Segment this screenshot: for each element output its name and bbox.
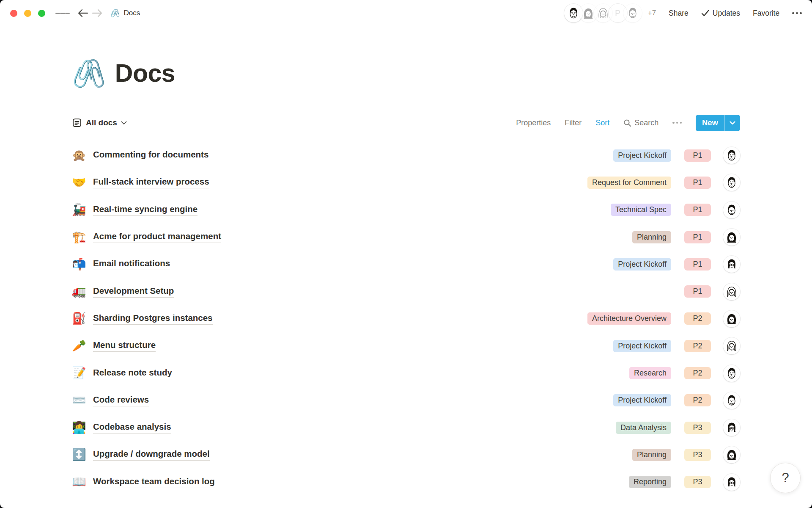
doc-row[interactable]: 🤝 Full-stack interview process Request f… <box>72 169 740 196</box>
doc-tag-badge[interactable]: Architecture Overview <box>587 312 671 325</box>
doc-tag-badge[interactable]: Project Kickoff <box>613 149 671 162</box>
doc-row[interactable]: 📝 Release note study Research P2 <box>72 359 740 387</box>
doc-priority-badge[interactable]: P1 <box>684 149 711 162</box>
more-options-icon[interactable] <box>792 12 802 14</box>
updates-button[interactable]: Updates <box>701 9 740 18</box>
search-icon <box>623 119 631 127</box>
doc-row[interactable]: 📬 Email notifications Project Kickoff P1 <box>72 251 740 278</box>
doc-title-link[interactable]: Sharding Postgres instances <box>93 313 213 325</box>
doc-row[interactable]: 🏗️ Acme for product management Planning … <box>72 224 740 251</box>
new-doc-button[interactable]: New <box>696 115 740 131</box>
doc-title-link[interactable]: Full-stack interview process <box>93 177 209 188</box>
favorite-button[interactable]: Favorite <box>753 9 779 18</box>
doc-icon: 📝 <box>72 367 93 379</box>
new-doc-dropdown[interactable] <box>724 115 740 131</box>
sidebar-menu-icon[interactable] <box>55 6 70 20</box>
assignee-avatar[interactable] <box>723 365 740 382</box>
doc-icon: 🚛 <box>72 286 93 297</box>
doc-row[interactable]: 📖 Workspace team decision log Reporting … <box>72 469 740 496</box>
app-window: 🖇️ Docs P +7 Share Updates Favorite 🖇️ D… <box>0 0 812 508</box>
doc-title-link[interactable]: Release note study <box>93 367 172 379</box>
doc-tag-badge[interactable]: Project Kickoff <box>613 340 671 352</box>
back-icon[interactable] <box>76 6 90 20</box>
doc-tag-badge[interactable]: Project Kickoff <box>613 394 671 406</box>
doc-title-link[interactable]: Menu structure <box>93 340 156 352</box>
doc-row[interactable]: ↕️ Upgrade / downgrade model Planning P3 <box>72 441 740 468</box>
view-more-icon[interactable] <box>672 122 682 124</box>
zoom-window-button[interactable] <box>38 10 45 17</box>
help-button[interactable]: ? <box>770 463 801 493</box>
collaborator-avatar[interactable] <box>623 4 642 22</box>
assignee-avatar[interactable] <box>723 419 740 436</box>
doc-row[interactable]: 🥕 Menu structure Project Kickoff P2 <box>72 332 740 359</box>
filter-button[interactable]: Filter <box>565 119 582 127</box>
doc-priority-badge[interactable]: P2 <box>684 312 711 325</box>
doc-title-link[interactable]: Codebase analysis <box>93 422 171 433</box>
doc-title-link[interactable]: Acme for product management <box>93 231 221 243</box>
doc-tag-badge[interactable]: Planning <box>632 231 671 243</box>
doc-title-link[interactable]: Real-time syncing engine <box>93 204 198 216</box>
assignee-avatar[interactable] <box>723 446 740 463</box>
assignee-avatar[interactable] <box>723 229 740 246</box>
assignee-avatar[interactable] <box>723 337 740 354</box>
doc-tag-badge[interactable]: Technical Spec <box>611 204 671 216</box>
assignee-avatar[interactable] <box>723 283 740 300</box>
view-switcher-label: All docs <box>86 118 117 127</box>
doc-priority-badge[interactable]: P1 <box>684 231 711 243</box>
doc-row[interactable]: 🙊 Commenting for documents Project Kicko… <box>72 142 740 169</box>
doc-row[interactable]: ⛽ Sharding Postgres instances Architectu… <box>72 305 740 332</box>
doc-priority-badge[interactable]: P2 <box>684 367 711 379</box>
doc-icon: 📖 <box>72 476 93 488</box>
doc-title-link[interactable]: Email notifications <box>93 258 170 270</box>
view-switcher[interactable]: All docs <box>72 118 127 128</box>
doc-priority-badge[interactable]: P3 <box>684 476 711 488</box>
doc-priority-badge[interactable]: P3 <box>684 422 711 434</box>
doc-title-link[interactable]: Development Setup <box>93 286 174 298</box>
share-button[interactable]: Share <box>669 9 689 18</box>
doc-icon: 🥕 <box>72 340 93 352</box>
doc-title-link[interactable]: Upgrade / downgrade model <box>93 449 210 461</box>
doc-tag-badge[interactable]: Planning <box>632 449 671 461</box>
page-icon-paperclip-emoji[interactable]: 🖇️ <box>72 60 106 87</box>
doc-list-icon <box>72 118 82 128</box>
doc-row[interactable]: 👩‍💻 Codebase analysis Data Analysis P3 <box>72 414 740 441</box>
doc-tag-badge[interactable]: Request for Comment <box>587 177 671 189</box>
doc-tag-badge[interactable]: Research <box>629 367 671 379</box>
collaborator-avatars[interactable]: P <box>564 4 642 22</box>
doc-row[interactable]: 🚂 Real-time syncing engine Technical Spe… <box>72 196 740 224</box>
doc-priority-badge[interactable]: P1 <box>684 204 711 216</box>
close-window-button[interactable] <box>10 10 17 17</box>
doc-tag-badge[interactable]: Data Analysis <box>616 422 671 434</box>
doc-title-link[interactable]: Workspace team decision log <box>93 476 215 488</box>
assignee-avatar[interactable] <box>723 256 740 273</box>
assignee-avatar[interactable] <box>723 474 740 491</box>
doc-title-link[interactable]: Commenting for documents <box>93 149 208 161</box>
doc-title-link[interactable]: Code reviews <box>93 395 149 406</box>
doc-priority-badge[interactable]: P1 <box>684 258 711 271</box>
doc-priority-badge[interactable]: P1 <box>684 285 711 298</box>
new-doc-label[interactable]: New <box>696 115 724 131</box>
properties-button[interactable]: Properties <box>516 119 551 127</box>
doc-row[interactable]: 🚛 Development Setup P1 <box>72 278 740 305</box>
assignee-avatar[interactable] <box>723 174 740 191</box>
assignee-avatar[interactable] <box>723 147 740 164</box>
doc-priority-badge[interactable]: P1 <box>684 177 711 189</box>
breadcrumb[interactable]: 🖇️ Docs <box>110 8 140 18</box>
assignee-avatar[interactable] <box>723 392 740 409</box>
check-icon <box>701 10 709 17</box>
doc-priority-badge[interactable]: P2 <box>684 394 711 406</box>
doc-priority-badge[interactable]: P3 <box>684 449 711 461</box>
doc-tag-badge[interactable]: Project Kickoff <box>613 258 671 271</box>
sort-button[interactable]: Sort <box>595 119 609 127</box>
forward-icon[interactable] <box>90 6 104 20</box>
page-header: 🖇️ Docs <box>72 26 740 97</box>
search-button[interactable]: Search <box>623 119 658 127</box>
minimize-window-button[interactable] <box>24 10 31 17</box>
help-label: ? <box>782 470 789 486</box>
assignee-avatar[interactable] <box>723 310 740 327</box>
doc-row[interactable]: ⌨️ Code reviews Project Kickoff P2 <box>72 387 740 414</box>
paperclip-emoji: 🖇️ <box>110 8 120 18</box>
assignee-avatar[interactable] <box>723 202 740 218</box>
doc-tag-badge[interactable]: Reporting <box>629 476 671 488</box>
doc-priority-badge[interactable]: P2 <box>684 340 711 352</box>
